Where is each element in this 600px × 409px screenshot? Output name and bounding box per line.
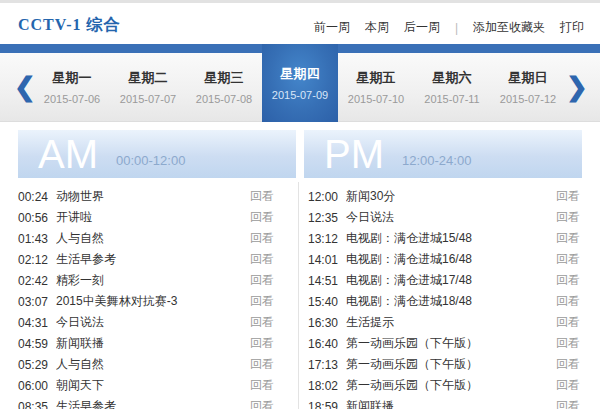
program-time: 14:51 bbox=[308, 274, 346, 288]
replay-link[interactable]: 回看 bbox=[556, 251, 580, 268]
program-title: 电视剧：满仓进城16/48 bbox=[346, 251, 556, 268]
program-title: 新闻30分 bbox=[346, 188, 556, 205]
program-row: 14:51电视剧：满仓进城17/48回看 bbox=[308, 270, 580, 291]
replay-link[interactable]: 回看 bbox=[556, 188, 580, 205]
program-time: 12:35 bbox=[308, 211, 346, 225]
tab-day-5[interactable]: 星期五2015-07-10 bbox=[338, 53, 414, 121]
program-time: 18:59 bbox=[308, 400, 346, 409]
program-row: 12:35今日说法回看 bbox=[308, 207, 580, 228]
program-row: 03:072015中美舞林对抗赛-3回看 bbox=[18, 291, 274, 312]
tab-day-label: 星期四 bbox=[281, 65, 320, 83]
tab-day-date: 2015-07-07 bbox=[120, 93, 176, 105]
program-title: 第一动画乐园（下午版） bbox=[346, 335, 556, 352]
this-week-link[interactable]: 本周 bbox=[365, 19, 389, 36]
program-row: 02:42精彩一刻回看 bbox=[18, 270, 274, 291]
tab-day-1[interactable]: 星期一2015-07-06 bbox=[34, 53, 110, 121]
program-title: 电视剧：满仓进城15/48 bbox=[346, 230, 556, 247]
program-title: 电视剧：满仓进城18/48 bbox=[346, 293, 556, 310]
program-row: 05:29人与自然回看 bbox=[18, 354, 274, 375]
chevron-left-icon[interactable]: ❮ bbox=[14, 74, 34, 100]
program-time: 14:01 bbox=[308, 253, 346, 267]
program-row: 16:30生活提示回看 bbox=[308, 312, 580, 333]
program-title: 动物世界 bbox=[56, 188, 250, 205]
replay-link[interactable]: 回看 bbox=[250, 398, 274, 409]
page-header: CCTV-1 综合 前一周 本周 后一周 | 添加至收藏夹 打印 bbox=[0, 3, 600, 44]
replay-link[interactable]: 回看 bbox=[250, 188, 274, 205]
program-time: 00:56 bbox=[18, 211, 56, 225]
replay-link[interactable]: 回看 bbox=[556, 398, 580, 409]
am-program-column: 00:24动物世界回看00:56开讲啦回看01:43人与自然回看02:12生活早… bbox=[18, 182, 299, 409]
tab-day-4-selected[interactable]: 星期四2015-07-09 bbox=[262, 44, 338, 122]
program-row: 01:43人与自然回看 bbox=[18, 228, 274, 249]
tab-day-date: 2015-07-06 bbox=[44, 93, 100, 105]
program-title: 人与自然 bbox=[56, 230, 250, 247]
tab-day-2[interactable]: 星期二2015-07-07 bbox=[110, 53, 186, 121]
program-row: 12:00新闻30分回看 bbox=[308, 186, 580, 207]
program-time: 04:59 bbox=[18, 337, 56, 351]
program-title: 开讲啦 bbox=[56, 209, 250, 226]
replay-link[interactable]: 回看 bbox=[250, 251, 274, 268]
program-title: 新闻联播 bbox=[56, 335, 250, 352]
replay-link[interactable]: 回看 bbox=[250, 230, 274, 247]
program-time: 03:07 bbox=[18, 295, 56, 309]
program-time: 06:00 bbox=[18, 379, 56, 393]
next-week-link[interactable]: 后一周 bbox=[404, 19, 440, 36]
tab-day-label: 星期五 bbox=[357, 69, 396, 87]
program-time: 15:40 bbox=[308, 295, 346, 309]
prev-week-link[interactable]: 前一周 bbox=[314, 19, 350, 36]
program-title: 2015中美舞林对抗赛-3 bbox=[56, 293, 250, 310]
program-title: 精彩一刻 bbox=[56, 272, 250, 289]
replay-link[interactable]: 回看 bbox=[250, 272, 274, 289]
replay-link[interactable]: 回看 bbox=[556, 209, 580, 226]
replay-link[interactable]: 回看 bbox=[556, 377, 580, 394]
tab-day-date: 2015-07-10 bbox=[348, 93, 404, 105]
pm-label: PM bbox=[324, 134, 384, 174]
program-row: 04:31今日说法回看 bbox=[18, 312, 274, 333]
add-favorite-link[interactable]: 添加至收藏夹 bbox=[473, 19, 545, 36]
tab-day-6[interactable]: 星期六2015-07-11 bbox=[414, 53, 490, 121]
program-time: 12:00 bbox=[308, 190, 346, 204]
program-title: 电视剧：满仓进城17/48 bbox=[346, 272, 556, 289]
program-title: 今日说法 bbox=[346, 209, 556, 226]
program-row: 13:12电视剧：满仓进城15/48回看 bbox=[308, 228, 580, 249]
program-title: 生活早参考 bbox=[56, 251, 250, 268]
replay-link[interactable]: 回看 bbox=[250, 209, 274, 226]
print-link[interactable]: 打印 bbox=[560, 19, 584, 36]
pm-time-range: 12:00-24:00 bbox=[402, 153, 471, 168]
replay-link[interactable]: 回看 bbox=[250, 335, 274, 352]
program-row: 04:59新闻联播回看 bbox=[18, 333, 274, 354]
tab-day-label: 星期六 bbox=[433, 69, 472, 87]
program-row: 14:01电视剧：满仓进城16/48回看 bbox=[308, 249, 580, 270]
program-time: 13:12 bbox=[308, 232, 346, 246]
tab-day-label: 星期一 bbox=[53, 69, 92, 87]
replay-link[interactable]: 回看 bbox=[250, 293, 274, 310]
tab-day-7[interactable]: 星期日2015-07-12 bbox=[490, 53, 566, 121]
program-title: 生活早参考 bbox=[56, 398, 250, 409]
tab-day-label: 星期二 bbox=[129, 69, 168, 87]
tab-day-3[interactable]: 星期三2015-07-08 bbox=[186, 53, 262, 121]
replay-link[interactable]: 回看 bbox=[250, 314, 274, 331]
program-title: 今日说法 bbox=[56, 314, 250, 331]
replay-link[interactable]: 回看 bbox=[250, 377, 274, 394]
program-title: 第一动画乐园（下午版） bbox=[346, 356, 556, 373]
channel-title: CCTV-1 综合 bbox=[18, 15, 120, 36]
program-time: 17:13 bbox=[308, 358, 346, 372]
program-row: 00:24动物世界回看 bbox=[18, 186, 274, 207]
pm-section-header: PM 12:00-24:00 bbox=[304, 130, 582, 178]
chevron-right-icon[interactable]: ❯ bbox=[566, 74, 586, 100]
tab-day-label: 星期日 bbox=[509, 69, 548, 87]
replay-link[interactable]: 回看 bbox=[556, 230, 580, 247]
replay-link[interactable]: 回看 bbox=[250, 356, 274, 373]
program-title: 第一动画乐园（下午版） bbox=[346, 377, 556, 394]
week-tab-strip: ❮ 星期一2015-07-06星期二2015-07-07星期三2015-07-0… bbox=[0, 53, 600, 122]
replay-link[interactable]: 回看 bbox=[556, 272, 580, 289]
tab-day-date: 2015-07-12 bbox=[500, 93, 556, 105]
replay-link[interactable]: 回看 bbox=[556, 314, 580, 331]
program-row: 15:40电视剧：满仓进城18/48回看 bbox=[308, 291, 580, 312]
program-time: 02:12 bbox=[18, 253, 56, 267]
replay-link[interactable]: 回看 bbox=[556, 356, 580, 373]
replay-link[interactable]: 回看 bbox=[556, 293, 580, 310]
program-time: 00:24 bbox=[18, 190, 56, 204]
program-time: 08:35 bbox=[18, 400, 56, 409]
replay-link[interactable]: 回看 bbox=[556, 335, 580, 352]
